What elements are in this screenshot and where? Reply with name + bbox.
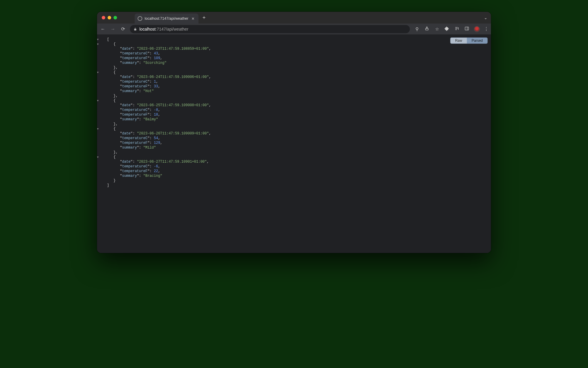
json-key: date — [122, 103, 131, 107]
json-line: "date": "2023-06-24T11:47:59.109006+01:0… — [101, 75, 489, 79]
tab-close-icon[interactable]: ✕ — [191, 16, 196, 21]
json-line: "temperatureC": 54, — [101, 136, 489, 141]
json-key: summary — [122, 89, 137, 93]
address-path: :7147/api/weather — [156, 27, 188, 31]
json-line: ▼{ — [101, 98, 489, 103]
json-key: temperatureF — [122, 141, 147, 145]
json-line: "temperatureC": 43, — [101, 51, 489, 56]
json-key: temperatureF — [122, 169, 147, 173]
reload-button[interactable]: ⟳ — [120, 26, 126, 32]
zoom-window[interactable] — [113, 16, 117, 19]
json-string: "2023-06-26T11:47:59.109009+01:00" — [137, 131, 209, 136]
json-line: "temperatureC": -8, — [101, 108, 489, 112]
json-number: 54 — [154, 136, 158, 140]
json-key: temperatureC — [122, 136, 147, 140]
json-line: "temperatureF": 22, — [101, 169, 489, 174]
json-key: summary — [122, 61, 137, 65]
extensions-icon[interactable] — [444, 26, 450, 32]
json-line: "date": "2023-06-26T11:47:59.109009+01:0… — [101, 131, 489, 136]
json-string: "2023-06-23T11:47:59.108859+01:00" — [137, 47, 209, 51]
json-key: temperatureC — [122, 51, 147, 56]
minimize-window[interactable] — [108, 16, 111, 19]
json-line: }, — [101, 65, 489, 70]
new-tab-button[interactable]: + — [203, 15, 206, 21]
json-key: temperatureF — [122, 113, 147, 117]
json-line: }, — [101, 94, 489, 98]
json-line: }, — [101, 122, 489, 126]
json-line: ▼{ — [101, 155, 489, 159]
json-number: 18 — [154, 113, 158, 117]
json-number: 33 — [154, 84, 158, 89]
json-line: ▼{ — [101, 126, 489, 131]
json-key: summary — [122, 117, 137, 121]
json-key: temperatureC — [122, 164, 147, 169]
json-string: "Bracing" — [143, 174, 162, 178]
profile-avatar[interactable] — [474, 26, 480, 32]
tabs-overflow-icon[interactable]: ⌄ — [484, 15, 487, 20]
json-string: "2023-06-27T11:47:59.10901+01:00" — [137, 160, 207, 164]
browser-menu-icon[interactable]: ⋮ — [484, 26, 488, 32]
json-line: ] — [101, 183, 489, 188]
json-string: "2023-06-25T11:47:59.109008+01:00" — [137, 103, 209, 107]
disclosure-triangle-icon[interactable]: ▼ — [97, 155, 98, 160]
json-line: ▼[ — [101, 37, 489, 42]
reading-list-icon[interactable] — [454, 26, 460, 32]
json-line: "summary": "Hot" — [101, 89, 489, 94]
json-line: "temperatureF": 129, — [101, 141, 489, 145]
json-line: }, — [101, 150, 489, 155]
json-line: "temperatureF": 18, — [101, 112, 489, 117]
globe-icon — [138, 16, 142, 21]
disclosure-triangle-icon[interactable]: ▼ — [97, 42, 98, 47]
json-viewer: ▼[▼{"date": "2023-06-23T11:47:59.108859+… — [101, 37, 489, 188]
json-line: "temperatureF": 33, — [101, 84, 489, 89]
json-line: "temperatureC": -6, — [101, 164, 489, 169]
lock-icon — [133, 27, 137, 31]
json-line: "summary": "Balmy" — [101, 117, 489, 122]
disclosure-triangle-icon[interactable]: ▼ — [97, 127, 98, 131]
zoom-icon[interactable]: ⚲ — [414, 26, 420, 32]
json-line: "date": "2023-06-25T11:47:59.109008+01:0… — [101, 103, 489, 108]
forward-button[interactable]: → — [110, 26, 116, 32]
json-number: 109 — [154, 56, 160, 60]
json-string: "Hot" — [143, 89, 154, 93]
bookmark-star-icon[interactable]: ☆ — [434, 26, 440, 32]
json-line: } — [101, 178, 489, 183]
json-line: "temperatureC": 1, — [101, 79, 489, 84]
address-bar[interactable]: localhost:7147/api/weather — [130, 25, 410, 33]
json-string: "Balmy" — [143, 117, 158, 121]
disclosure-triangle-icon[interactable]: ▼ — [97, 99, 98, 103]
address-text: localhost:7147/api/weather — [139, 27, 188, 31]
json-key: date — [122, 75, 131, 79]
json-line: "temperatureF": 109, — [101, 56, 489, 61]
json-string: "Scorching" — [143, 61, 166, 65]
json-key: date — [122, 47, 131, 51]
share-icon[interactable] — [424, 26, 430, 32]
json-key: temperatureC — [122, 80, 147, 84]
traffic-lights — [102, 16, 117, 19]
side-panel-icon[interactable] — [464, 26, 470, 32]
json-number: -8 — [154, 108, 158, 112]
json-number: 43 — [154, 51, 158, 56]
json-number: 129 — [154, 141, 160, 145]
browser-window: localhost:7147/api/weather ✕ + ⌄ ← → ⟳ l… — [97, 12, 491, 253]
svg-rect-1 — [465, 27, 469, 30]
browser-tab[interactable]: localhost:7147/api/weather ✕ — [135, 14, 198, 24]
json-line: ▼{ — [101, 70, 489, 75]
json-line: "summary": "Mild" — [101, 145, 489, 150]
tab-title: localhost:7147/api/weather — [145, 16, 188, 21]
address-host: localhost — [139, 27, 156, 31]
json-key: date — [122, 160, 131, 164]
json-key: summary — [122, 174, 137, 178]
disclosure-triangle-icon[interactable]: ▼ — [97, 70, 98, 75]
json-key: temperatureF — [122, 56, 147, 60]
back-button[interactable]: ← — [100, 26, 106, 32]
json-string: "2023-06-24T11:47:59.109006+01:00" — [137, 75, 209, 79]
close-window[interactable] — [102, 16, 105, 19]
json-line: "date": "2023-06-27T11:47:59.10901+01:00… — [101, 159, 489, 164]
json-key: temperatureF — [122, 84, 147, 89]
disclosure-triangle-icon[interactable]: ▼ — [97, 37, 98, 42]
json-key: temperatureC — [122, 108, 147, 112]
json-key: summary — [122, 146, 137, 150]
nav-toolbar: ← → ⟳ localhost:7147/api/weather ⚲ ☆ ⋮ — [97, 24, 491, 35]
json-number: -6 — [154, 164, 158, 169]
